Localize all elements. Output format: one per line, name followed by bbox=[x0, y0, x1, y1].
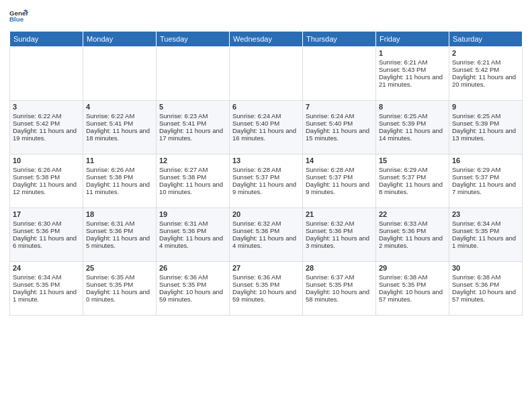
day-info: Sunset: 5:35 PM bbox=[86, 281, 153, 288]
calendar-header-thursday: Thursday bbox=[303, 32, 376, 47]
calendar-cell: 18Sunrise: 6:31 AMSunset: 5:36 PMDayligh… bbox=[83, 208, 157, 262]
day-info: Sunrise: 6:31 AM bbox=[86, 220, 153, 227]
day-info: Sunset: 5:42 PM bbox=[13, 120, 80, 127]
day-number: 24 bbox=[13, 264, 80, 272]
calendar-header-row: SundayMondayTuesdayWednesdayThursdayFrid… bbox=[10, 32, 523, 47]
day-info: Sunset: 5:40 PM bbox=[306, 120, 373, 127]
calendar-cell: 23Sunrise: 6:34 AMSunset: 5:35 PMDayligh… bbox=[449, 208, 523, 262]
day-number: 16 bbox=[452, 156, 519, 165]
day-info: Sunrise: 6:36 AM bbox=[159, 273, 226, 281]
day-number: 5 bbox=[159, 103, 226, 111]
calendar-cell: 28Sunrise: 6:37 AMSunset: 5:35 PMDayligh… bbox=[303, 262, 376, 316]
day-info: Sunset: 5:36 PM bbox=[452, 281, 519, 288]
day-info: Sunrise: 6:24 AM bbox=[232, 112, 300, 120]
day-number: 15 bbox=[379, 156, 446, 165]
logo-icon: General Blue bbox=[9, 7, 28, 26]
day-number: 7 bbox=[306, 103, 373, 111]
day-info: Daylight: 11 hours and 9 minutes. bbox=[306, 181, 373, 195]
day-info: Sunset: 5:39 PM bbox=[379, 120, 446, 127]
day-number: 20 bbox=[232, 210, 300, 218]
calendar-cell bbox=[10, 47, 83, 101]
day-info: Daylight: 11 hours and 21 minutes. bbox=[379, 73, 446, 88]
calendar-cell: 26Sunrise: 6:36 AMSunset: 5:35 PMDayligh… bbox=[157, 262, 230, 316]
calendar-cell: 8Sunrise: 6:25 AMSunset: 5:39 PMDaylight… bbox=[376, 101, 449, 154]
calendar-cell: 15Sunrise: 6:29 AMSunset: 5:37 PMDayligh… bbox=[376, 154, 449, 208]
day-info: Sunset: 5:36 PM bbox=[159, 227, 226, 234]
calendar-cell: 1Sunrise: 6:21 AMSunset: 5:43 PMDaylight… bbox=[376, 47, 449, 101]
day-info: Sunrise: 6:34 AM bbox=[452, 220, 519, 227]
day-info: Sunrise: 6:33 AM bbox=[379, 220, 446, 227]
calendar-cell: 29Sunrise: 6:38 AMSunset: 5:35 PMDayligh… bbox=[376, 262, 449, 316]
day-info: Sunset: 5:38 PM bbox=[159, 173, 226, 181]
day-info: Daylight: 10 hours and 57 minutes. bbox=[379, 288, 446, 303]
day-number: 22 bbox=[379, 210, 446, 218]
day-info: Daylight: 10 hours and 58 minutes. bbox=[306, 288, 373, 303]
calendar-cell: 10Sunrise: 6:26 AMSunset: 5:38 PMDayligh… bbox=[10, 154, 83, 208]
day-info: Sunset: 5:38 PM bbox=[86, 173, 153, 181]
day-info: Daylight: 11 hours and 2 minutes. bbox=[379, 234, 446, 249]
calendar-cell: 2Sunrise: 6:21 AMSunset: 5:42 PMDaylight… bbox=[449, 47, 523, 101]
day-info: Sunset: 5:35 PM bbox=[452, 227, 519, 234]
svg-text:Blue: Blue bbox=[9, 15, 24, 23]
day-info: Daylight: 11 hours and 4 minutes. bbox=[159, 234, 226, 249]
day-number: 14 bbox=[306, 156, 373, 165]
day-info: Sunset: 5:42 PM bbox=[452, 66, 519, 73]
day-info: Sunset: 5:36 PM bbox=[232, 227, 300, 234]
day-info: Sunrise: 6:23 AM bbox=[159, 112, 226, 120]
day-info: Daylight: 11 hours and 8 minutes. bbox=[379, 181, 446, 195]
day-info: Sunrise: 6:22 AM bbox=[13, 112, 80, 120]
day-info: Sunset: 5:35 PM bbox=[306, 281, 373, 288]
day-info: Daylight: 11 hours and 17 minutes. bbox=[159, 127, 226, 142]
day-info: Sunrise: 6:28 AM bbox=[306, 166, 373, 173]
day-info: Sunrise: 6:25 AM bbox=[379, 112, 446, 120]
calendar-cell: 12Sunrise: 6:27 AMSunset: 5:38 PMDayligh… bbox=[157, 154, 230, 208]
day-number: 13 bbox=[232, 156, 300, 165]
calendar-cell: 22Sunrise: 6:33 AMSunset: 5:36 PMDayligh… bbox=[376, 208, 449, 262]
day-info: Sunrise: 6:31 AM bbox=[159, 220, 226, 227]
day-info: Sunrise: 6:22 AM bbox=[86, 112, 153, 120]
calendar-cell: 3Sunrise: 6:22 AMSunset: 5:42 PMDaylight… bbox=[10, 101, 83, 154]
day-info: Sunrise: 6:32 AM bbox=[306, 220, 373, 227]
day-info: Daylight: 11 hours and 15 minutes. bbox=[306, 127, 373, 142]
calendar-week-row: 1Sunrise: 6:21 AMSunset: 5:43 PMDaylight… bbox=[10, 47, 523, 101]
calendar-cell: 16Sunrise: 6:29 AMSunset: 5:37 PMDayligh… bbox=[449, 154, 523, 208]
header: General Blue bbox=[9, 7, 523, 26]
calendar-header-friday: Friday bbox=[376, 32, 449, 47]
calendar-cell bbox=[230, 47, 303, 101]
day-info: Sunrise: 6:35 AM bbox=[86, 273, 153, 281]
day-number: 27 bbox=[232, 264, 300, 272]
calendar-cell: 7Sunrise: 6:24 AMSunset: 5:40 PMDaylight… bbox=[303, 101, 376, 154]
day-number: 28 bbox=[306, 264, 373, 272]
day-info: Sunrise: 6:24 AM bbox=[306, 112, 373, 120]
day-number: 30 bbox=[452, 264, 519, 272]
day-info: Daylight: 11 hours and 14 minutes. bbox=[379, 127, 446, 142]
calendar-week-row: 24Sunrise: 6:34 AMSunset: 5:35 PMDayligh… bbox=[10, 262, 523, 316]
calendar-header-tuesday: Tuesday bbox=[157, 32, 230, 47]
calendar-week-row: 10Sunrise: 6:26 AMSunset: 5:38 PMDayligh… bbox=[10, 154, 523, 208]
day-info: Daylight: 11 hours and 12 minutes. bbox=[13, 181, 80, 195]
calendar-cell bbox=[157, 47, 230, 101]
calendar-cell: 21Sunrise: 6:32 AMSunset: 5:36 PMDayligh… bbox=[303, 208, 376, 262]
day-number: 11 bbox=[86, 156, 153, 165]
day-info: Sunset: 5:36 PM bbox=[306, 227, 373, 234]
day-number: 2 bbox=[452, 49, 519, 57]
day-info: Daylight: 11 hours and 16 minutes. bbox=[232, 127, 300, 142]
day-number: 6 bbox=[232, 103, 300, 111]
day-info: Daylight: 11 hours and 19 minutes. bbox=[13, 127, 80, 142]
day-info: Sunrise: 6:34 AM bbox=[13, 273, 80, 281]
calendar-week-row: 3Sunrise: 6:22 AMSunset: 5:42 PMDaylight… bbox=[10, 101, 523, 154]
day-info: Sunset: 5:36 PM bbox=[379, 227, 446, 234]
calendar-header-monday: Monday bbox=[83, 32, 157, 47]
calendar-header-wednesday: Wednesday bbox=[230, 32, 303, 47]
logo: General Blue bbox=[9, 7, 28, 26]
day-info: Daylight: 11 hours and 5 minutes. bbox=[86, 234, 153, 249]
calendar-cell: 6Sunrise: 6:24 AMSunset: 5:40 PMDaylight… bbox=[230, 101, 303, 154]
day-info: Sunrise: 6:36 AM bbox=[232, 273, 300, 281]
day-info: Daylight: 11 hours and 4 minutes. bbox=[232, 234, 300, 249]
calendar-cell: 24Sunrise: 6:34 AMSunset: 5:35 PMDayligh… bbox=[10, 262, 83, 316]
day-info: Sunset: 5:43 PM bbox=[379, 66, 446, 73]
calendar-header-saturday: Saturday bbox=[449, 32, 523, 47]
day-info: Daylight: 10 hours and 59 minutes. bbox=[232, 288, 300, 303]
day-info: Sunrise: 6:26 AM bbox=[13, 166, 80, 173]
day-info: Sunrise: 6:25 AM bbox=[452, 112, 519, 120]
